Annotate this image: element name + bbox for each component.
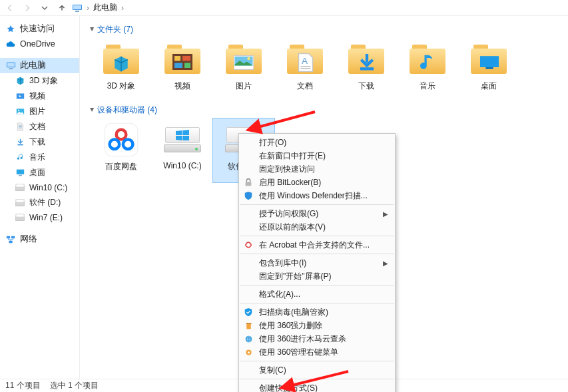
breadcrumb-separator-icon: › <box>120 3 125 13</box>
svg-rect-20 <box>9 240 12 243</box>
svg-rect-37 <box>246 182 252 186</box>
chevron-right-icon: ▶ <box>383 260 388 267</box>
svg-rect-1 <box>73 5 81 9</box>
menu-item-360-manage-context[interactable]: 使用 360管理右键菜单 <box>239 345 395 359</box>
svg-rect-2 <box>75 11 79 12</box>
svg-rect-15 <box>16 199 24 202</box>
tile-videos[interactable]: 视频 <box>152 38 213 102</box>
sidebar-item-pictures[interactable]: 图片 <box>0 104 79 119</box>
chevron-down-icon: ▸ <box>88 27 97 31</box>
download-icon <box>15 137 25 148</box>
tile-music[interactable]: 音乐 <box>397 38 458 102</box>
svg-rect-13 <box>16 184 24 187</box>
sidebar-item-music[interactable]: 音乐 <box>0 150 79 165</box>
sidebar-item-videos[interactable]: 视频 <box>0 89 79 104</box>
sidebar-item-drive-c[interactable]: Win10 (C:) <box>0 180 79 195</box>
svg-text:A: A <box>302 56 308 66</box>
section-heading-folders[interactable]: ▸文件夹 (7) <box>85 21 563 38</box>
folder-icon: A <box>284 41 326 78</box>
annotation-arrow <box>252 109 318 135</box>
folder-icon <box>223 41 264 78</box>
menu-item-open-new-window[interactable]: 在新窗口中打开(E) <box>239 149 395 162</box>
nav-recent-dropdown[interactable] <box>37 1 52 15</box>
sidebar-item-3d-objects[interactable]: 3D 对象 <box>0 73 79 89</box>
sidebar-item-label: OneDrive <box>20 39 55 49</box>
sidebar-item-this-pc[interactable]: 此电脑 <box>0 58 79 73</box>
nav-up-button[interactable] <box>55 1 69 15</box>
menu-item-pin-start[interactable]: 固定到"开始"屏幕(P) <box>239 270 395 283</box>
nav-back-button[interactable] <box>3 1 17 15</box>
nav-forward-button[interactable] <box>20 1 35 15</box>
sidebar-item-desktop[interactable]: 桌面 <box>0 165 79 180</box>
svg-rect-30 <box>360 67 374 70</box>
globe-shield-icon <box>243 333 254 344</box>
folder-icon <box>101 41 142 78</box>
menu-item-acrobat-combine[interactable]: 在 Acrobat 中合并支持的文件... <box>239 238 395 252</box>
status-selection-count: 选中 1 个项目 <box>50 380 99 391</box>
tile-baidu-netdisk[interactable]: 百度网盘 <box>91 118 152 182</box>
menu-item-include-library[interactable]: 包含到库中(I)▶ <box>239 256 395 270</box>
music-icon <box>15 152 25 163</box>
sidebar-item-network[interactable]: 网络 <box>0 232 79 247</box>
annotation-arrow <box>285 369 352 392</box>
sidebar-item-quick-access[interactable]: 快速访问 <box>0 21 79 37</box>
address-bar: › 此电脑 › <box>0 0 568 16</box>
drive-icon <box>15 182 25 193</box>
status-item-count: 11 个项目 <box>5 380 41 391</box>
tile-3d-objects[interactable]: 3D 对象 <box>91 38 152 102</box>
sidebar-item-downloads[interactable]: 下载 <box>0 134 79 150</box>
menu-item-pin-quick-access[interactable]: 固定到快速访问 <box>239 162 395 176</box>
tile-label: 3D 对象 <box>107 78 136 92</box>
sidebar-item-onedrive[interactable]: OneDrive <box>0 37 79 51</box>
svg-rect-9 <box>17 144 23 146</box>
star-icon <box>5 24 16 35</box>
svg-rect-22 <box>174 56 180 61</box>
sidebar-item-label: 文档 <box>29 121 45 132</box>
sidebar-item-drive-e[interactable]: Win7 (E:) <box>0 210 79 225</box>
svg-rect-19 <box>11 236 15 238</box>
sidebar-item-label: 视频 <box>29 91 45 102</box>
sidebar-item-documents[interactable]: 文档 <box>0 119 79 134</box>
breadcrumb-separator-icon: › <box>85 3 91 13</box>
desktop-icon <box>15 168 25 178</box>
trash-icon <box>243 320 254 331</box>
menu-item-format[interactable]: 格式化(A)... <box>239 288 395 301</box>
breadcrumb-location[interactable]: 此电脑 <box>93 2 117 13</box>
svg-point-8 <box>18 110 19 111</box>
svg-point-28 <box>247 57 250 61</box>
menu-item-360-trojan-scan[interactable]: 使用 360进行木马云查杀 <box>239 332 395 345</box>
video-icon <box>15 91 25 102</box>
this-pc-icon <box>72 3 83 13</box>
menu-item-360-force-delete[interactable]: 使用 360强力删除 <box>239 319 395 332</box>
pictures-icon <box>15 106 25 117</box>
svg-rect-23 <box>182 56 190 61</box>
baidu-netdisk-icon <box>101 121 142 158</box>
tile-drive-c[interactable]: Win10 (C:) <box>152 118 213 182</box>
shield-icon <box>243 190 254 201</box>
sidebar-item-label: 桌面 <box>29 167 45 178</box>
svg-rect-17 <box>16 214 24 217</box>
svg-point-42 <box>247 351 249 353</box>
menu-item-grant-access[interactable]: 授予访问权限(G)▶ <box>239 207 395 220</box>
sidebar-item-drive-d[interactable]: 软件 (D:) <box>0 195 79 210</box>
tile-downloads[interactable]: 下载 <box>336 38 397 102</box>
menu-item-restore-previous[interactable]: 还原以前的版本(V) <box>239 220 395 234</box>
menu-item-enable-bitlocker[interactable]: 启用 BitLocker(B) <box>239 176 395 189</box>
svg-rect-10 <box>16 170 23 174</box>
tile-documents[interactable]: A 文档 <box>274 38 336 102</box>
tile-desktop[interactable]: 桌面 <box>458 38 519 102</box>
menu-item-qh-scan-virus[interactable]: 扫描病毒(电脑管家) <box>239 305 395 319</box>
tile-label: 音乐 <box>420 78 435 92</box>
svg-rect-24 <box>174 63 182 69</box>
tile-pictures[interactable]: 图片 <box>213 38 274 102</box>
this-pc-icon <box>5 61 16 71</box>
svg-rect-18 <box>7 236 10 238</box>
tile-label: 文档 <box>297 78 313 92</box>
menu-item-open[interactable]: 打开(O) <box>239 136 395 149</box>
network-icon <box>5 234 16 245</box>
svg-line-44 <box>289 371 348 386</box>
tile-label: 视频 <box>174 78 190 92</box>
section-heading-drives[interactable]: ▸设备和驱动器 (4) <box>85 102 563 118</box>
menu-item-defender-scan[interactable]: 使用 Windows Defender扫描... <box>239 189 395 202</box>
drive-icon <box>162 121 203 158</box>
